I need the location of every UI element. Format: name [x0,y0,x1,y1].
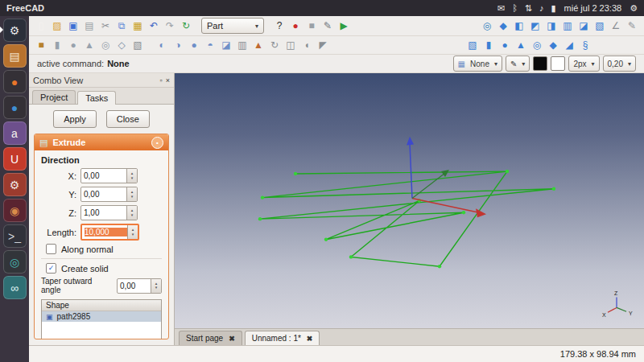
mirror-icon[interactable]: ◫ [283,38,298,52]
annotation-icon[interactable]: ✎ [625,19,639,33]
apply-button[interactable]: Apply [53,110,97,128]
launcher-firefox[interactable]: ● [3,70,27,93]
line-color-swatch[interactable] [533,56,547,71]
part-cylinder-icon[interactable]: ▮ [50,38,64,52]
paste-icon[interactable]: ▦ [130,19,145,33]
close-tab-icon[interactable]: ✖ [229,335,235,343]
tab-start-page[interactable]: Start page ✖ [179,331,242,345]
view-axonometric-icon[interactable]: ◆ [496,19,510,33]
launcher-files[interactable]: ▤ [3,44,27,68]
network-icon[interactable]: ⇅ [525,4,532,13]
create-primitives-icon[interactable]: ◇ [114,38,129,52]
z-input[interactable]: 1,00 ▴▾ [80,205,138,220]
launcher-freecad[interactable]: ⚙ [3,19,27,42]
extrude-icon[interactable]: ▲ [251,38,266,52]
launcher-web-browser[interactable]: ● [3,96,27,119]
view-right-icon[interactable]: ◨ [544,19,559,33]
redo-icon[interactable]: ↷ [163,19,177,33]
section-icon[interactable]: ◪ [219,38,233,52]
macro-stop-icon[interactable]: ■ [304,19,319,33]
refresh-icon[interactable]: ↻ [179,19,193,33]
volume-icon[interactable]: ♪ [539,4,544,13]
battery-icon[interactable]: ▮ [551,4,556,13]
part-sphere-icon[interactable]: ● [66,38,80,52]
view-bottom-icon[interactable]: ◪ [576,19,591,33]
solid-cone-icon[interactable]: ▲ [514,38,528,52]
3d-viewport[interactable]: Z X Y [175,73,644,328]
launcher-ubuntu-software[interactable]: U [3,147,27,171]
undo-icon[interactable]: ↶ [147,19,161,33]
line-width-select[interactable]: 2px ▾ [568,56,599,72]
solid-sphere-icon[interactable]: ● [497,38,512,52]
bluetooth-icon[interactable]: ᛒ [512,4,518,13]
fit-all-icon[interactable]: ◎ [480,19,494,33]
spinner-buttons[interactable]: ▴▾ [127,225,138,239]
fillet-icon[interactable]: ◖ [299,38,314,52]
clock[interactable]: mié jul 2 23:38 [564,4,622,13]
launcher-chromium[interactable]: ◎ [3,250,27,274]
close-panel-icon[interactable]: × [166,76,170,84]
macro-edit-icon[interactable]: ✎ [320,19,335,33]
float-panel-icon[interactable]: ▫ [160,76,163,84]
chamfer-icon[interactable]: ◤ [316,38,330,52]
spinner-buttons[interactable]: ▴▾ [126,169,137,183]
solid-torus-icon[interactable]: ◎ [530,38,544,52]
spinner-buttons[interactable]: ▴▾ [151,279,161,293]
macro-record-icon[interactable]: ● [288,19,303,33]
session-menu-icon[interactable]: ⚙ [630,4,638,13]
spinner-buttons[interactable]: ▴▾ [126,187,137,201]
y-input[interactable]: 0,00 ▴▾ [80,187,138,202]
open-file-icon[interactable]: ▨ [50,19,64,33]
revolve-icon[interactable]: ↻ [267,38,282,52]
view-left-icon[interactable]: ▧ [592,19,607,33]
face-color-swatch[interactable] [551,56,565,71]
new-file-icon[interactable]: ▯ [34,19,48,33]
boolean-icon[interactable]: ◐ [155,38,169,52]
part-box-icon[interactable]: ■ [34,38,48,52]
boolean-intersection-icon[interactable]: ◓ [203,38,217,52]
chat-icon[interactable]: ✉ [497,4,505,13]
solid-helix-icon[interactable]: § [578,38,592,52]
scale-select[interactable]: 0,20 ▾ [603,56,636,72]
close-tab-icon[interactable]: ✖ [307,335,313,343]
save-icon[interactable]: ▣ [66,19,80,33]
view-front-icon[interactable]: ◧ [512,19,526,33]
solid-wedge-icon[interactable]: ◢ [562,38,576,52]
copy-icon[interactable]: ⧉ [114,19,129,33]
close-button[interactable]: Close [106,110,150,128]
cut-icon[interactable]: ✂ [98,19,113,33]
print-icon[interactable]: ▤ [82,19,97,33]
part-cone-icon[interactable]: ▲ [82,38,97,52]
boolean-cut-icon[interactable]: ◑ [171,38,185,52]
taper-input[interactable]: 0,00 ▴▾ [117,278,162,294]
launcher-terminal[interactable]: >_ [3,224,27,248]
solid-prism-icon[interactable]: ◆ [546,38,560,52]
workbench-selector[interactable]: Part ▾ [201,18,264,34]
working-plane-button[interactable]: ▦ None ▾ [453,56,502,72]
view-rear-icon[interactable]: ▥ [560,19,575,33]
whats-this-icon[interactable]: ? [272,19,287,33]
tab-tasks[interactable]: Tasks [77,91,116,105]
length-input[interactable]: 10,000 ▴▾ [80,224,139,241]
solid-box-icon[interactable]: ▧ [465,38,480,52]
along-normal-checkbox[interactable]: Along normal [41,244,162,254]
task-collapse-icon[interactable]: • [151,137,163,149]
tab-project[interactable]: Project [32,90,76,104]
part-torus-icon[interactable]: ◎ [98,38,113,52]
macro-play-icon[interactable]: ▶ [336,19,351,33]
launcher-package-manager[interactable]: ◉ [3,199,27,222]
launcher-system-settings[interactable]: ⚙ [3,173,27,196]
launcher-arduino[interactable]: ∞ [3,276,27,299]
measure-icon[interactable]: ∠ [609,19,623,33]
shape-builder-icon[interactable]: ▧ [130,38,145,52]
view-top-icon[interactable]: ◩ [528,19,543,33]
launcher-amazon[interactable]: a [3,121,27,145]
cross-sections-icon[interactable]: ▥ [235,38,250,52]
boolean-union-icon[interactable]: ● [187,38,201,52]
x-input[interactable]: 0,00 ▴▾ [80,168,138,183]
create-solid-checkbox[interactable]: ✓ Create solid [41,263,162,274]
shape-list-item[interactable]: ▣ path2985 [42,311,161,322]
spinner-buttons[interactable]: ▴▾ [126,206,137,220]
tab-unnamed-document[interactable]: Unnamed : 1* ✖ [245,331,320,345]
solid-cylinder-icon[interactable]: ▮ [481,38,496,52]
